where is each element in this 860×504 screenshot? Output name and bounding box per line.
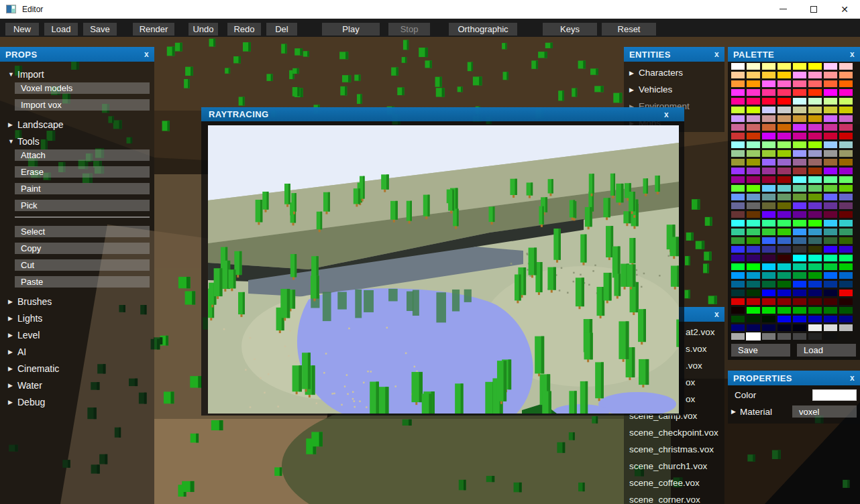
file-item[interactable]: scene_corner.vox [624,491,724,504]
palette-swatch[interactable] [762,176,775,183]
palette-swatch[interactable] [731,185,745,192]
del-button[interactable]: Del [266,23,297,36]
section-level[interactable]: ▶Level [0,326,154,343]
palette-swatch[interactable] [762,324,775,331]
palette-swatch[interactable] [824,176,837,183]
palette-swatch[interactable] [731,324,745,331]
cut-button[interactable]: Cut [15,259,150,271]
palette-swatch[interactable] [839,272,853,279]
window-titlebar[interactable]: Editor ✕ [0,0,860,19]
palette-swatch[interactable] [777,150,791,157]
palette-swatch[interactable] [808,98,822,105]
palette-swatch[interactable] [747,324,760,331]
files-close-icon[interactable]: x [714,310,719,319]
palette-swatch[interactable] [777,115,791,122]
palette-swatch[interactable] [808,194,822,200]
palette-swatch[interactable] [824,168,837,174]
palette-swatch[interactable] [793,133,806,139]
palette-swatch[interactable] [808,72,822,78]
palette-swatch[interactable] [824,202,837,209]
material-dropdown[interactable]: voxel [792,405,857,418]
palette-swatch[interactable] [824,290,837,296]
play-button[interactable]: Play [322,23,380,36]
palette-swatch[interactable] [808,324,822,331]
palette-swatch[interactable] [824,281,837,288]
palette-swatch[interactable] [839,229,853,235]
palette-swatch[interactable] [824,89,837,96]
attach-button[interactable]: Attach [15,149,150,161]
palette-swatch[interactable] [793,324,806,331]
palette-swatch[interactable] [731,176,745,183]
palette-swatch[interactable] [839,307,853,314]
palette-swatch[interactable] [824,98,837,105]
palette-swatch[interactable] [793,263,806,270]
palette-swatch[interactable] [731,333,745,340]
palette-swatch[interactable] [731,263,745,270]
palette-swatch[interactable] [793,316,806,322]
palette-swatch[interactable] [731,115,745,122]
palette-swatch[interactable] [808,185,822,192]
palette-swatch[interactable] [747,133,760,139]
palette-swatch[interactable] [824,194,837,200]
palette-swatch[interactable] [731,107,745,113]
palette-swatch[interactable] [747,333,760,340]
palette-swatch[interactable] [808,124,822,131]
palette-swatch[interactable] [839,246,853,253]
palette-swatch[interactable] [731,98,745,105]
palette-swatch[interactable] [747,237,760,244]
palette-swatch[interactable] [762,168,775,174]
entities-item-vehicles[interactable]: ▶Vehicles [624,81,724,98]
palette-swatch[interactable] [762,159,775,166]
section-ai[interactable]: ▶AI [0,343,154,360]
palette-swatch[interactable] [747,159,760,166]
palette-swatch[interactable] [731,272,745,279]
palette-swatch[interactable] [824,124,837,131]
palette-swatch[interactable] [839,220,853,227]
palette-swatch[interactable] [839,124,853,131]
reset-button[interactable]: Reset [602,23,656,36]
palette-swatch[interactable] [777,298,791,305]
palette-swatch[interactable] [824,185,837,192]
voxel-models-button[interactable]: Voxel models [15,82,150,94]
palette-swatch[interactable] [777,281,791,288]
palette-swatch[interactable] [762,255,775,261]
palette-swatch[interactable] [747,229,760,235]
properties-header[interactable]: PROPERTIES x [728,371,860,385]
palette-swatch[interactable] [824,211,837,218]
file-item[interactable]: scene_checkpoint.vox [624,424,724,441]
raytracing-titlebar[interactable]: RAYTRACING x [201,107,684,121]
palette-swatch[interactable] [839,72,853,78]
palette-swatch[interactable] [762,194,775,200]
palette-swatch[interactable] [762,72,775,78]
palette-swatch[interactable] [747,176,760,183]
palette-swatch[interactable] [762,63,775,70]
palette-swatch[interactable] [777,141,791,148]
palette-swatch[interactable] [747,263,760,270]
palette-swatch[interactable] [731,281,745,288]
palette-swatch[interactable] [747,150,760,157]
palette-swatch[interactable] [824,316,837,322]
palette-swatch[interactable] [793,220,806,227]
palette-swatch[interactable] [793,107,806,113]
palette-save-button[interactable]: Save [731,344,790,357]
palette-swatch[interactable] [731,159,745,166]
palette-swatch[interactable] [777,98,791,105]
palette-swatch[interactable] [824,333,837,340]
palette-swatch[interactable] [839,281,853,288]
palette-swatch[interactable] [731,202,745,209]
palette-swatch[interactable] [793,63,806,70]
palette-swatch[interactable] [808,333,822,340]
palette-swatch[interactable] [839,202,853,209]
palette-swatch[interactable] [777,124,791,131]
section-lights[interactable]: ▶Lights [0,310,154,326]
palette-swatch[interactable] [839,141,853,148]
palette-swatch[interactable] [808,107,822,113]
palette-swatch[interactable] [762,115,775,122]
palette-swatch[interactable] [777,263,791,270]
palette-swatch[interactable] [808,150,822,157]
render-button[interactable]: Render [133,23,174,36]
palette-swatch[interactable] [793,298,806,305]
section-landscape[interactable]: ▶ Landscape [0,116,154,133]
palette-swatch[interactable] [793,246,806,253]
palette-swatch[interactable] [731,220,745,227]
